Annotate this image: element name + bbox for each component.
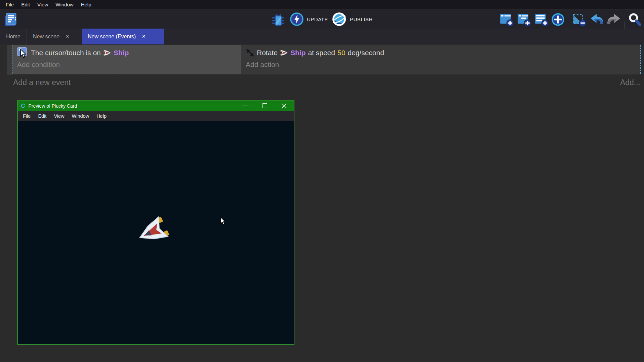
mouse-cursor xyxy=(220,217,227,226)
tab-close-icon[interactable]: × xyxy=(140,33,150,40)
minimize-icon[interactable] xyxy=(242,106,248,106)
preview-menu-file[interactable]: File xyxy=(19,113,34,119)
debug-icon[interactable] xyxy=(271,13,286,27)
menu-edit[interactable]: Edit xyxy=(17,2,34,7)
publish-button[interactable]: PUBLISH xyxy=(331,11,373,27)
action-object-name: Ship xyxy=(290,49,306,57)
condition-text: The cursor/touch is on xyxy=(31,49,101,57)
action-text-line[interactable]: Rotate Ship at speed 50 deg/second xyxy=(246,47,387,59)
menu-file[interactable]: File xyxy=(2,2,17,7)
ship-sprite xyxy=(131,210,174,253)
preview-menu-bar: File Edit View Window Help xyxy=(18,111,294,121)
tab-home[interactable]: Home xyxy=(0,29,27,44)
tab-new-scene-events[interactable]: New scene (Events) × xyxy=(82,29,164,44)
cursor-on-object-icon xyxy=(17,47,29,59)
action-value: 50 xyxy=(337,49,345,57)
tab-close-icon[interactable]: × xyxy=(64,33,74,40)
preview-menu-edit[interactable]: Edit xyxy=(34,113,50,119)
condition-text-line[interactable]: The cursor/touch is on Ship xyxy=(17,47,131,59)
menu-help[interactable]: Help xyxy=(77,2,95,7)
add-more-icon[interactable] xyxy=(551,12,565,27)
tab-label: New scene (Events) xyxy=(82,34,140,40)
gdevelop-logo-icon: G xyxy=(21,103,25,109)
add-new-event-button[interactable]: Add a new event xyxy=(13,78,71,87)
preview-menu-help[interactable]: Help xyxy=(93,113,110,119)
preview-menu-view[interactable]: View xyxy=(50,113,68,119)
menu-window[interactable]: Window xyxy=(52,2,77,7)
add-button[interactable]: Add... xyxy=(620,78,640,87)
add-comment-icon[interactable] xyxy=(534,12,549,27)
add-subevent-icon[interactable] xyxy=(517,12,531,27)
update-label: UPDATE xyxy=(307,16,328,22)
project-manager-icon[interactable] xyxy=(3,12,18,28)
editor-tab-bar: Home New scene × New scene (Events) × xyxy=(0,29,644,44)
maximize-icon[interactable] xyxy=(263,103,267,108)
action-verb: Rotate xyxy=(257,49,278,57)
redo-icon[interactable] xyxy=(607,12,621,27)
add-event-icon[interactable] xyxy=(499,12,514,27)
update-button[interactable]: UPDATE xyxy=(290,12,328,26)
tab-label: Home xyxy=(1,34,25,40)
close-icon[interactable] xyxy=(281,103,287,109)
tab-new-scene[interactable]: New scene × xyxy=(27,29,82,44)
undo-icon[interactable] xyxy=(589,12,604,27)
preview-title-bar[interactable]: G Preview of Plucky Card xyxy=(18,101,294,111)
event-conditions-cell[interactable]: The cursor/touch is on Ship Add conditio… xyxy=(12,45,241,74)
preview-menu-window[interactable]: Window xyxy=(68,113,93,119)
event-gutter xyxy=(7,45,12,75)
search-icon[interactable] xyxy=(627,12,642,27)
publish-label: PUBLISH xyxy=(350,16,373,22)
event-actions-cell[interactable]: Rotate Ship at speed 50 deg/second Add a… xyxy=(241,45,640,74)
add-condition-button[interactable]: Add condition xyxy=(17,61,60,69)
ship-object-icon xyxy=(103,49,111,57)
tab-label: New scene xyxy=(27,34,64,40)
menu-view[interactable]: View xyxy=(34,2,52,7)
condition-object-name: Ship xyxy=(114,49,129,57)
update-icon xyxy=(290,12,304,26)
action-connector-text: at speed xyxy=(308,49,335,57)
ship-object-icon xyxy=(280,49,288,57)
rotate-action-icon xyxy=(246,48,254,57)
game-canvas[interactable] xyxy=(18,121,294,344)
action-unit-text: deg/second xyxy=(348,49,384,57)
add-action-button[interactable]: Add action xyxy=(246,61,279,69)
main-toolbar: UPDATE PUBLISH xyxy=(0,9,644,29)
preview-window-title: Preview of Plucky Card xyxy=(28,103,77,109)
app-menu-bar: File Edit View Window Help xyxy=(0,0,644,9)
deselect-icon[interactable] xyxy=(572,12,587,27)
publish-icon xyxy=(331,11,347,27)
event-row[interactable]: The cursor/touch is on Ship Add conditio… xyxy=(12,45,640,74)
preview-window: G Preview of Plucky Card File Edit View … xyxy=(17,100,294,345)
